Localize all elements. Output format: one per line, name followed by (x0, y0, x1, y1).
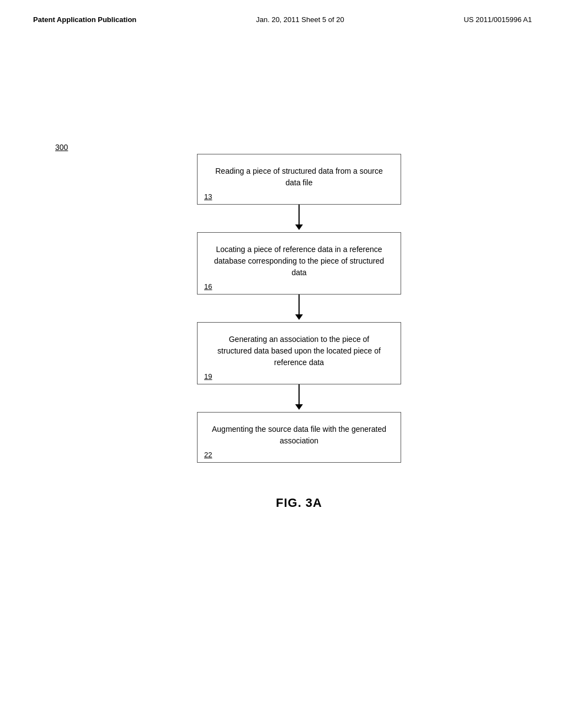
flow-box-1-text: Reading a piece of structured data from … (211, 165, 387, 189)
arrow-line-2 (299, 295, 300, 314)
header-date-sheet-label: Jan. 20, 2011 Sheet 5 of 20 (256, 15, 344, 24)
arrow-1 (295, 205, 303, 232)
arrow-line-3 (299, 384, 300, 404)
arrow-head-2 (295, 314, 303, 320)
flow-box-2-label: 16 (204, 282, 212, 291)
flow-box-3: Generating an association to the piece o… (197, 322, 401, 384)
flow-box-4-text: Augmenting the source data file with the… (211, 424, 387, 447)
flow-box-3-label: 19 (204, 372, 212, 381)
arrow-2 (295, 295, 303, 322)
main-content: 300 Reading a piece of structured data f… (0, 33, 565, 532)
arrow-line-1 (299, 205, 300, 224)
flow-box-1-label: 13 (204, 192, 212, 201)
flow-box-4-label: 22 (204, 451, 212, 459)
header-publication-label: Patent Application Publication (33, 15, 136, 24)
flow-box-1: Reading a piece of structured data from … (197, 154, 401, 205)
arrow-head-1 (295, 224, 303, 230)
flow-box-2-text: Locating a piece of reference data in a … (211, 244, 387, 279)
flow-box-2: Locating a piece of reference data in a … (197, 232, 401, 295)
header-patent-number-label: US 2011/0015996 A1 (463, 15, 532, 24)
page-container: Patent Application Publication Jan. 20, … (0, 0, 565, 728)
flow-box-4: Augmenting the source data file with the… (197, 412, 401, 463)
flowchart: Reading a piece of structured data from … (66, 154, 532, 510)
page-header: Patent Application Publication Jan. 20, … (0, 0, 565, 33)
arrow-3 (295, 384, 303, 412)
arrow-head-3 (295, 404, 303, 410)
figure-caption: FIG. 3A (276, 496, 322, 510)
diagram-label: 300 (55, 143, 68, 152)
flow-box-3-text: Generating an association to the piece o… (211, 334, 387, 368)
